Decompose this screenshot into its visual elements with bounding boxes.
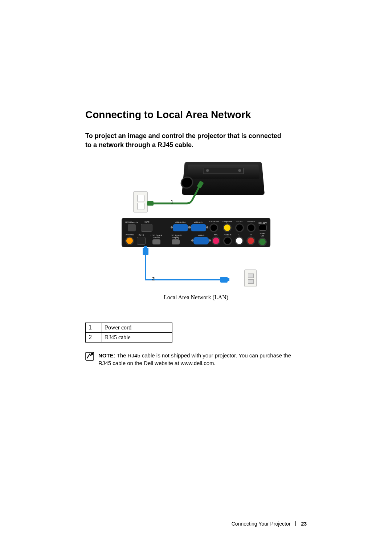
ethernet-cable-icon bbox=[145, 255, 146, 280]
page-footer: Connecting Your Projector 23 bbox=[232, 521, 307, 527]
wall-jack-icon bbox=[244, 270, 257, 287]
legend-desc: RJ45 cable bbox=[102, 333, 172, 343]
diagram-caption: Local Area Network (LAN) bbox=[114, 294, 278, 301]
rj45-connector-top-icon bbox=[143, 248, 148, 255]
footer-section: Connecting Your Projector bbox=[232, 521, 291, 527]
table-row: 2 RJ45 cable bbox=[86, 333, 172, 343]
callout-2: 2 bbox=[152, 276, 155, 281]
manual-page: Connecting to Local Area Network To proj… bbox=[0, 0, 392, 555]
power-cord-icon bbox=[114, 161, 278, 222]
callout-1: 1 bbox=[171, 199, 173, 204]
note-text: NOTE: The RJ45 cable is not shipped with… bbox=[98, 352, 296, 367]
ethernet-cable-icon bbox=[145, 279, 221, 280]
note-icon bbox=[85, 352, 94, 361]
projector-rear-panel-icon: USB Remote HDMI VGA-A Out VGA-A In S-Vid… bbox=[122, 218, 270, 247]
rj45-connector-right-icon bbox=[220, 277, 228, 283]
note-block: NOTE: The RJ45 cable is not shipped with… bbox=[85, 352, 296, 367]
connection-diagram: 1 USB Remote HDMI VGA-A Out VGA-A In S-V… bbox=[114, 161, 278, 288]
legend-desc: Power cord bbox=[102, 323, 172, 333]
legend-table: 1 Power cord 2 RJ45 cable bbox=[85, 323, 172, 343]
footer-divider-icon bbox=[295, 521, 296, 526]
section-subheading: To project an image and control the proj… bbox=[85, 131, 289, 150]
section-heading: Connecting to Local Area Network bbox=[85, 109, 307, 121]
note-body: The RJ45 cable is not shipped with your … bbox=[98, 352, 291, 366]
table-row: 1 Power cord bbox=[86, 323, 172, 333]
legend-num: 2 bbox=[86, 333, 102, 343]
power-plug-left-icon bbox=[147, 201, 154, 206]
note-label: NOTE: bbox=[98, 352, 115, 358]
legend-num: 1 bbox=[86, 323, 102, 333]
footer-page-number: 23 bbox=[301, 521, 307, 527]
diagram-container: 1 USB Remote HDMI VGA-A Out VGA-A In S-V… bbox=[114, 161, 278, 301]
